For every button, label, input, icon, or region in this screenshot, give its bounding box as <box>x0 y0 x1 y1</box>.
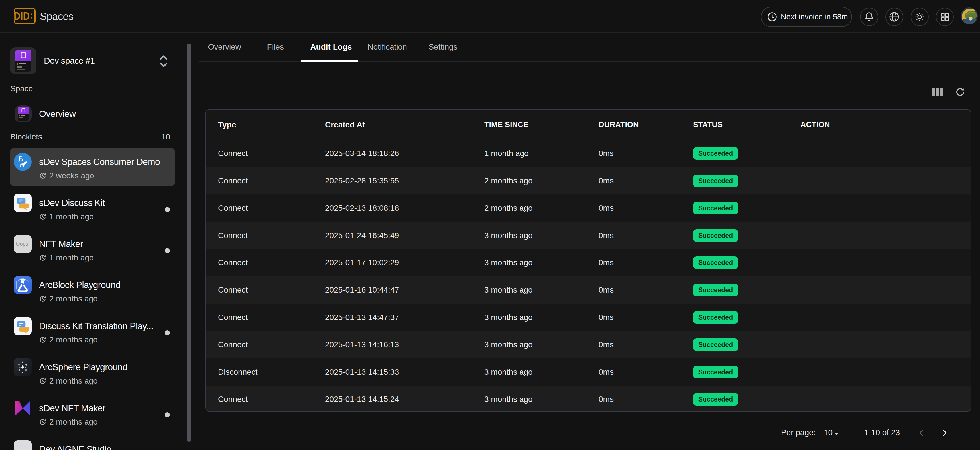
svg-text:DID: DID <box>14 10 30 22</box>
svg-text:E: E <box>16 154 24 163</box>
